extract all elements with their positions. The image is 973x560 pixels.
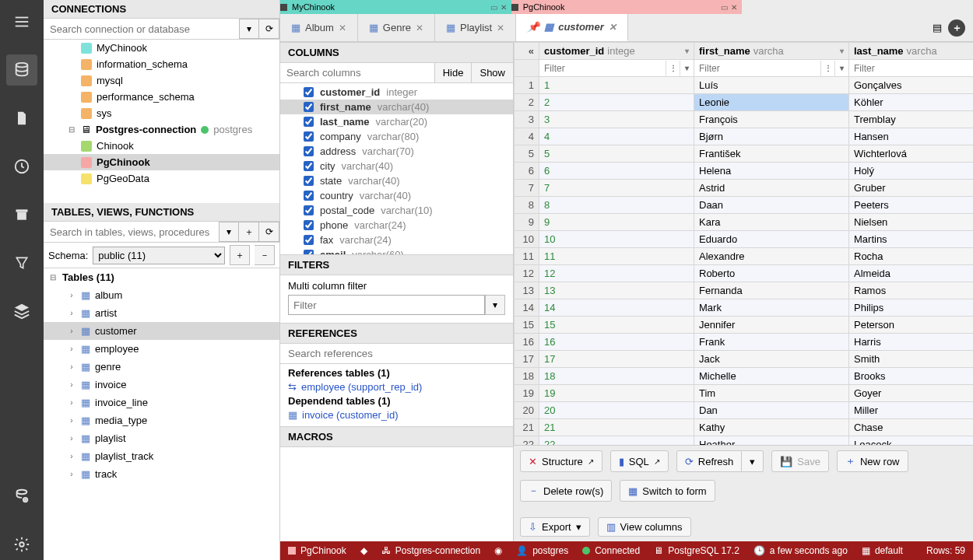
save-button[interactable]: 💾Save — [771, 450, 829, 472]
column-header[interactable]: last_name varcha▾ — [849, 43, 974, 60]
table-row[interactable]: 88DaanPeeters(NULL) — [515, 197, 974, 214]
connection-item[interactable]: PgChinook — [44, 154, 279, 170]
column-item[interactable]: first_name varchar(40) — [280, 100, 513, 114]
table-row[interactable]: 1313FernandaRamos(NULL) — [515, 282, 974, 299]
tab-album[interactable]: ▦Album✕ — [280, 14, 358, 41]
connection-tree[interactable]: MyChinookinformation_schemamysqlperforma… — [44, 40, 279, 203]
show-columns-button[interactable]: Show — [471, 63, 513, 82]
column-item[interactable]: state varchar(40) — [280, 173, 513, 188]
menu-icon[interactable] — [6, 6, 37, 37]
table-item[interactable]: ›▦media_type — [44, 411, 279, 429]
tables-add-icon[interactable]: ＋ — [239, 222, 259, 242]
filter-funnel-icon[interactable]: ▾ — [834, 61, 848, 76]
column-item[interactable]: customer_id integer — [280, 85, 513, 100]
sql-button[interactable]: ▮SQL↗ — [610, 450, 669, 472]
filter-dropdown-icon[interactable]: ▾ — [485, 295, 505, 315]
pill-min-icon[interactable]: ▭ — [721, 3, 728, 12]
columns-search-input[interactable] — [280, 63, 434, 82]
table-item[interactable]: ›▦genre — [44, 358, 279, 376]
column-header[interactable]: customer_id intege▾ — [539, 43, 694, 60]
structure-button[interactable]: ✕Structure↗ — [520, 450, 602, 472]
pill-min-icon[interactable]: ▭ — [490, 3, 497, 12]
delete-rows-button[interactable]: －Delete row(s) — [520, 480, 612, 502]
status-connection[interactable]: 🖧Postgres-connection — [381, 545, 480, 556]
schema-select[interactable]: public (11) — [93, 247, 225, 264]
export-button[interactable]: ⇩Export ▾ — [520, 517, 590, 537]
table-row[interactable]: 1414MarkPhilipsTelus — [515, 299, 974, 317]
tables-filter-icon[interactable]: ▾ — [219, 222, 239, 242]
tables-tree[interactable]: ⊟ Tables (11) ›▦album›▦artist›▦customer›… — [44, 268, 279, 560]
column-checkbox[interactable] — [304, 117, 314, 127]
schema-remove-icon[interactable]: － — [255, 245, 275, 265]
column-checkbox[interactable] — [304, 176, 314, 186]
connection-item[interactable]: mysql — [44, 72, 279, 89]
connection-search-input[interactable] — [44, 19, 239, 39]
connection-item[interactable]: ⊟🖥Postgres-connectionpostgres — [44, 121, 279, 138]
connection-item[interactable]: PgGeoData — [44, 170, 279, 187]
table-row[interactable]: 11LuísGonçalvesEmbraer - Empr — [515, 77, 974, 94]
table-row[interactable]: 1717JackSmithMicrosoft Corpo — [515, 351, 974, 368]
new-row-button[interactable]: ＋New row — [837, 450, 908, 472]
pill-close-icon[interactable]: ✕ — [731, 3, 737, 12]
column-item[interactable]: country varchar(40) — [280, 188, 513, 203]
ref-out-link[interactable]: ⇆employee (support_rep_id) — [288, 379, 505, 395]
filter-menu-icon[interactable]: ⋮ — [820, 61, 834, 76]
column-item[interactable]: phone varchar(24) — [280, 218, 513, 233]
switch-form-button[interactable]: ▦Switch to form — [620, 480, 715, 502]
table-item[interactable]: ›▦employee — [44, 340, 279, 358]
table-row[interactable]: 2222HeatherLeacock(NULL) — [515, 436, 974, 446]
connection-item[interactable]: MyChinook — [44, 40, 279, 56]
table-row[interactable]: 33FrançoisTremblay(NULL) — [515, 111, 974, 128]
table-row[interactable]: 2121KathyChase(NULL) — [515, 419, 974, 436]
tables-refresh-icon[interactable]: ⟳ — [259, 222, 279, 242]
close-icon[interactable]: ✕ — [339, 23, 346, 33]
close-icon[interactable]: ✕ — [497, 23, 504, 33]
column-checkbox[interactable] — [304, 87, 314, 97]
filter-menu-icon[interactable]: ⋮ — [666, 61, 680, 76]
column-checkbox[interactable] — [304, 161, 314, 171]
sort-icon[interactable]: ▾ — [685, 47, 689, 55]
table-row[interactable]: 1515JenniferPetersonRogers Canada — [515, 317, 974, 334]
column-checkbox[interactable] — [304, 220, 314, 230]
table-item[interactable]: ›▦playlist_track — [44, 447, 279, 465]
history-icon[interactable] — [6, 151, 37, 182]
table-row[interactable]: 1919TimGoyerApple Inc. — [515, 385, 974, 402]
table-item[interactable]: ›▦artist — [44, 304, 279, 322]
table-row[interactable]: 99KaraNielsen(NULL) — [515, 214, 974, 231]
status-db[interactable]: PgChinook — [288, 545, 346, 556]
collapse-icon[interactable]: « — [515, 43, 539, 60]
settings-icon[interactable] — [6, 529, 37, 560]
table-row[interactable]: 55FrantišekWichterlováJetBrains s.r.o. — [515, 145, 974, 163]
connection-refresh-icon[interactable]: ⟳ — [259, 19, 279, 39]
column-item[interactable]: fax varchar(24) — [280, 233, 513, 247]
add-tab-button[interactable]: ＋ — [948, 19, 965, 37]
pill-mychinook[interactable]: MyChinook▭✕ — [280, 0, 511, 14]
connection-item[interactable]: sys — [44, 105, 279, 121]
column-checkbox[interactable] — [304, 235, 314, 245]
table-row[interactable]: 44BjørnHansen(NULL) — [515, 128, 974, 145]
pill-close-icon[interactable]: ✕ — [501, 3, 507, 12]
tables-search-input[interactable] — [44, 222, 219, 242]
schema-add-icon[interactable]: ＋ — [230, 245, 250, 265]
refresh-dropdown[interactable]: ▾ — [742, 450, 764, 472]
db-admin-icon[interactable] — [6, 481, 37, 512]
connection-item[interactable]: performance_schema — [44, 89, 279, 105]
connection-item[interactable]: Chinook — [44, 138, 279, 154]
connection-filter-icon[interactable]: ▾ — [239, 19, 259, 39]
status-db-icon[interactable]: ◆ — [360, 545, 367, 556]
view-columns-button[interactable]: ▥View columns — [598, 517, 691, 537]
table-item[interactable]: ›▦album — [44, 286, 279, 304]
table-item[interactable]: ›▦track — [44, 465, 279, 483]
table-row[interactable]: 1212RobertoAlmeidaRiotur — [515, 265, 974, 282]
column-checkbox[interactable] — [304, 191, 314, 201]
column-item[interactable]: postal_code varchar(10) — [280, 203, 513, 218]
column-filter-input[interactable] — [539, 61, 666, 76]
column-item[interactable]: address varchar(70) — [280, 144, 513, 159]
close-icon[interactable]: ✕ — [609, 22, 616, 33]
list-view-icon[interactable]: ▤ — [933, 22, 942, 33]
column-filter-input[interactable] — [849, 61, 973, 76]
tab-customer[interactable]: 📌▦customer✕ — [516, 14, 628, 41]
table-row[interactable]: 22LeonieKöhler(NULL) — [515, 94, 974, 111]
layers-icon[interactable] — [6, 296, 37, 327]
tables-group[interactable]: ⊟ Tables (11) — [44, 268, 279, 286]
